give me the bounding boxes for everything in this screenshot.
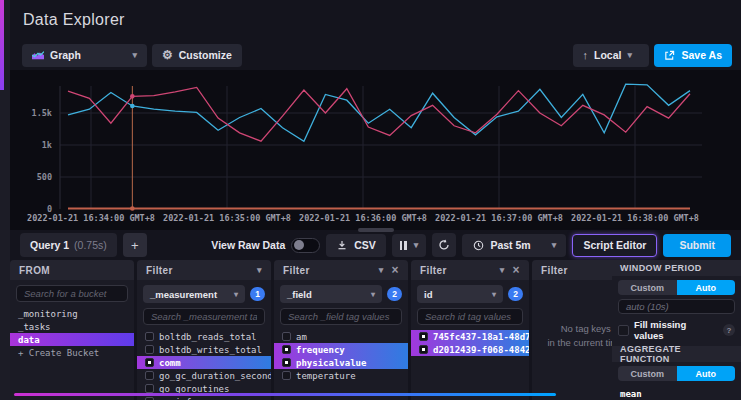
horizontal-scrollbar[interactable] [14,393,556,396]
id-search-input[interactable] [417,308,523,325]
chevron-down-icon: ▾ [132,50,137,60]
gear-icon: ⚙ [162,49,173,61]
tag-key-dropdown[interactable]: _measurement ▾ [143,285,245,303]
window-period-body: Custom Auto auto (10s) Fill missing valu… [612,276,741,346]
window-period-value[interactable]: auto (10s) [618,299,735,314]
query-controls: Query 1 (0.75s) + View Raw Data CSV ▾ [10,230,741,260]
tag-value-item[interactable]: go_gc_duration_seconds [137,369,271,382]
refresh-button[interactable] [432,233,456,257]
svg-text:2022-01-21 16:35:00 GMT+8: 2022-01-21 16:35:00 GMT+8 [163,213,291,223]
bucket-search-input[interactable] [16,285,128,302]
checkbox-checked-icon[interactable] [282,358,291,367]
svg-text:2022-01-21 16:34:00 GMT+8: 2022-01-21 16:34:00 GMT+8 [27,213,155,223]
save-as-label: Save As [682,49,722,61]
query-tab-name: Query 1 [30,239,69,251]
download-icon [336,239,348,251]
aggregate-toggle: Custom Auto [618,366,735,381]
clock-icon [472,239,484,251]
measurement-list: boltdb_reads_total boltdb_writes_total c… [137,330,271,400]
measurement-search-input[interactable] [143,308,265,325]
checkbox-icon[interactable] [145,332,154,341]
view-type-dropdown[interactable]: Graph ▾ [22,44,147,67]
close-icon[interactable]: × [392,264,399,276]
help-icon[interactable]: ? [723,324,735,336]
from-card: FROM _monitoring _tasks data + Create Bu… [10,260,134,400]
chevron-down-icon: ▾ [234,290,238,299]
checkbox-icon[interactable] [145,345,154,354]
arrow-up-icon: ↑ [583,49,589,61]
bucket-item[interactable]: _monitoring [10,307,134,320]
query-tab[interactable]: Query 1 (0.75s) [20,233,117,257]
checkbox-checked-icon[interactable] [419,332,428,341]
save-as-button[interactable]: Save As [654,44,732,67]
line-chart: 05001k1.5k2022-01-21 16:34:00 GMT+82022-… [10,70,741,230]
chevron-down-icon: ▾ [492,290,496,299]
checkbox-icon[interactable] [145,371,154,380]
checkbox-checked-icon[interactable] [145,358,154,367]
query-tab-duration: (0.75s) [74,239,107,251]
pause-button[interactable]: ▾ [392,234,427,257]
tag-value-item[interactable]: temperature [274,369,408,382]
chevron-down-icon: ▾ [371,290,375,299]
tag-key-dropdown[interactable]: _field ▾ [280,285,382,303]
bucket-item-selected[interactable]: data [10,333,134,346]
tag-value-item-selected[interactable]: comm [137,356,271,369]
tag-value-item[interactable]: boltdb_writes_total [137,343,271,356]
tag-value-item[interactable]: am [274,330,408,343]
tag-value-item-selected[interactable]: frequency [274,343,408,356]
selection-count-badge: 1 [250,287,265,301]
aggregate-custom-button[interactable]: Custom [618,366,677,381]
bucket-item[interactable]: _tasks [10,320,134,333]
csv-download-button[interactable]: CSV [326,234,386,257]
checkbox-checked-icon[interactable] [282,345,291,354]
from-card-header: FROM [10,260,134,280]
create-bucket-button[interactable]: + Create Bucket [10,346,134,359]
time-range-dropdown[interactable]: Past 5m ▾ [462,234,566,257]
submit-button[interactable]: Submit [663,234,731,257]
svg-text:2022-01-21 16:37:00 GMT+8: 2022-01-21 16:37:00 GMT+8 [435,213,563,223]
checkbox-icon[interactable] [282,371,291,380]
filter-card-field: Filter ▾× _field ▾ 2 am frequency physic… [274,260,408,400]
tag-value-item[interactable]: boltdb_reads_total [137,330,271,343]
filter-card-header: Filter ▾× [411,260,529,280]
aggregate-function-header: AGGREGATE FUNCTION [612,346,741,362]
chevron-down-icon[interactable]: ▾ [257,265,262,275]
field-search-input[interactable] [280,308,402,325]
script-editor-button[interactable]: Script Editor [572,234,657,257]
tag-value-item-selected[interactable]: physicalvalue [274,356,408,369]
svg-text:500: 500 [37,172,52,182]
window-period-header: WINDOW PERIOD [612,260,741,276]
add-query-button[interactable]: + [123,233,147,257]
view-raw-data-toggle[interactable] [291,238,320,253]
chevron-down-icon[interactable]: ▾ [500,265,505,275]
close-icon[interactable]: × [513,264,520,276]
checkbox-icon[interactable] [618,325,629,336]
graph-icon [32,49,44,61]
tag-value-item-selected[interactable]: 745fc437-18a1-48d7-98a6-7… [411,330,529,343]
page-header: Data Explorer [10,0,741,40]
view-type-label: Graph [50,49,126,61]
window-auto-button[interactable]: Auto [677,280,736,295]
tag-key-value: _measurement [150,289,217,300]
filter-card-measurement: Filter ▾ _measurement ▾ 1 boltdb_reads_t… [137,260,271,400]
checkbox-checked-icon[interactable] [419,345,428,354]
local-dropdown[interactable]: ↑ Local ▾ [573,44,649,67]
customize-button[interactable]: ⚙ Customize [152,44,242,67]
export-icon [664,49,676,61]
tag-key-dropdown[interactable]: id ▾ [417,285,503,303]
customize-label: Customize [179,49,232,61]
page-title: Data Explorer [23,11,125,29]
checkbox-icon[interactable] [145,384,154,393]
options-panel: WINDOW PERIOD Custom Auto auto (10s) Fil… [612,260,741,400]
checkbox-icon[interactable] [282,332,291,341]
tag-value-item-selected[interactable]: d2012439-f068-4842-bfef-8… [411,343,529,356]
window-custom-button[interactable]: Custom [618,280,677,295]
chevron-down-icon[interactable]: ▾ [379,265,384,275]
tag-key-value: id [424,289,432,300]
aggregate-auto-button[interactable]: Auto [677,366,736,381]
aggregate-function-selected[interactable]: mean [612,387,741,400]
view-toolbar: Graph ▾ ⚙ Customize ↑ Local ▾ Save As [10,40,741,70]
query-builder: FROM _monitoring _tasks data + Create Bu… [10,260,741,400]
panel-resize-handle[interactable] [358,228,394,232]
tag-key-row: id ▾ 2 [417,285,523,303]
